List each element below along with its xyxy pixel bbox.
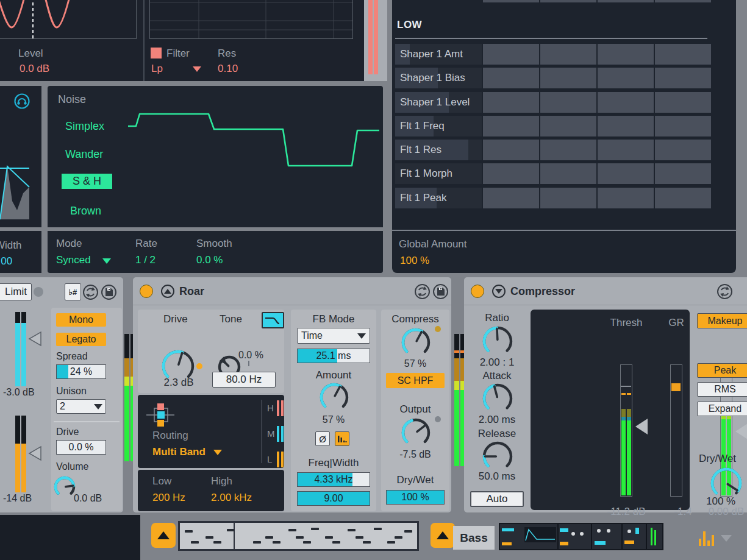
clip-fold-button[interactable]	[151, 523, 176, 548]
matrix-cell[interactable]	[483, 44, 539, 65]
lowpass-icon[interactable]	[262, 312, 284, 328]
matrix-cell[interactable]	[655, 140, 711, 160]
matrix-cell[interactable]	[598, 44, 654, 65]
device-title[interactable]: Roar	[179, 285, 204, 298]
unison-select[interactable]: 2	[56, 399, 106, 414]
matrix-cell[interactable]	[540, 140, 596, 160]
comp-drywet-value[interactable]: 100 %	[706, 495, 735, 508]
matrix-cell[interactable]	[483, 188, 539, 208]
spread-slider[interactable]: 24 %	[56, 364, 106, 379]
release-knob[interactable]	[480, 439, 514, 473]
roar-drywet-slider[interactable]: 100 %	[386, 490, 445, 505]
matrix-row-label[interactable]: Flt 1 Freq	[395, 116, 482, 136]
drive-field[interactable]: 0.0 %	[56, 440, 106, 455]
matrix-cell[interactable]	[540, 68, 596, 88]
hot-swap-icon[interactable]	[717, 284, 732, 299]
attack-knob[interactable]	[480, 381, 514, 415]
band-label-m[interactable]: M	[267, 428, 275, 439]
matrix-cell[interactable]	[540, 163, 596, 184]
device-activator[interactable]	[471, 285, 484, 298]
threshold-handle[interactable]	[634, 417, 649, 436]
matrix-cell[interactable]	[483, 68, 539, 88]
global-amount-value[interactable]: 100 %	[400, 255, 429, 267]
phase-invert-icon[interactable]: Ø	[315, 431, 330, 446]
fb-amount-value[interactable]: 57 %	[291, 414, 376, 425]
fb-time-slider[interactable]: 25.1 ms	[297, 349, 370, 363]
legato-button[interactable]: Legato	[56, 333, 106, 346]
routing-dropdown-icon[interactable]	[213, 450, 222, 455]
matrix-cell[interactable]	[598, 188, 654, 208]
matrix-row-label[interactable]: Shaper 1 Bias	[395, 68, 482, 88]
mono-button[interactable]: Mono	[56, 313, 106, 327]
noise-rate-value[interactable]: 1 / 2	[135, 254, 155, 266]
matrix-cell[interactable]	[483, 116, 539, 136]
release-value[interactable]: 50.0 ms	[473, 470, 521, 483]
save-preset-icon[interactable]	[433, 284, 448, 299]
roar-compress-knob[interactable]	[399, 325, 432, 358]
filter-res-value[interactable]: 0.10	[218, 63, 238, 75]
roar-tone-value[interactable]: 0.0 %	[238, 350, 263, 361]
matrix-cell[interactable]	[540, 92, 596, 113]
roar-tone-freq-field[interactable]: 80.0 Hz	[212, 372, 276, 388]
ratio-knob[interactable]	[480, 324, 514, 358]
auto-release-button[interactable]: Auto	[470, 491, 524, 507]
fb-amount-knob[interactable]	[317, 380, 350, 413]
matrix-cell[interactable]	[655, 92, 711, 113]
expand-button[interactable]: Expand	[697, 402, 747, 416]
fb-visualize-icon[interactable]	[335, 431, 349, 446]
matrix-cell[interactable]	[540, 116, 596, 136]
track-name-tab[interactable]: Bass	[453, 526, 495, 550]
filter-type-value[interactable]: Lp	[151, 63, 163, 75]
track-collapse-icon[interactable]	[721, 535, 732, 542]
matrix-cell[interactable]	[655, 68, 711, 88]
matrix-cell[interactable]	[598, 116, 654, 136]
sc-hpf-button[interactable]: SC HPF	[386, 373, 445, 388]
gain-handle[interactable]	[27, 445, 42, 461]
pre-meter-value[interactable]: -3.0 dB	[3, 387, 35, 398]
device-fold-button[interactable]	[161, 285, 174, 298]
headphone-icon[interactable]	[13, 93, 30, 110]
rms-button[interactable]: RMS	[697, 382, 747, 397]
matrix-cell[interactable]	[598, 92, 654, 113]
scale-icon[interactable]: ♭#	[65, 283, 81, 300]
led-indicator[interactable]	[34, 287, 43, 297]
matrix-cell[interactable]	[655, 188, 711, 208]
width-value[interactable]: 9.00	[0, 255, 12, 268]
matrix-band-label[interactable]: LOW	[397, 19, 422, 31]
post-meter-value[interactable]: -14 dB	[3, 493, 32, 504]
matrix-row-label[interactable]: Shaper 1 Level	[395, 92, 482, 113]
matrix-cell[interactable]	[655, 116, 711, 136]
device-chain-thumbnail[interactable]	[499, 523, 663, 550]
fb-mode-select[interactable]: Time	[297, 328, 370, 344]
matrix-cell[interactable]	[655, 163, 711, 184]
matrix-cell[interactable]	[483, 140, 539, 160]
xover-high-value[interactable]: 2.00 kHz	[211, 492, 252, 504]
device-fold-button[interactable]	[492, 285, 506, 298]
makeup-button[interactable]: Makeup	[697, 313, 747, 328]
output-gain-handle[interactable]	[734, 422, 747, 441]
hot-swap-icon[interactable]	[415, 284, 430, 299]
noise-mode-dropdown-icon[interactable]	[102, 258, 111, 264]
volume-knob[interactable]	[51, 473, 77, 499]
noise-smooth-value[interactable]: 0.0 %	[196, 254, 223, 266]
save-preset-icon[interactable]	[101, 285, 116, 300]
matrix-row-label[interactable]: Flt 1 Res	[395, 140, 482, 160]
track-fold-button[interactable]	[431, 523, 455, 548]
matrix-cell[interactable]	[540, 44, 596, 65]
routing-value[interactable]: Multi Band	[152, 446, 206, 458]
volume-value[interactable]: 0.0 dB	[74, 493, 102, 504]
noise-type-brown[interactable]: Brown	[70, 205, 101, 218]
matrix-row-label[interactable]: Shaper 1 Amt	[395, 44, 482, 65]
filter-type-dropdown-icon[interactable]	[193, 66, 201, 72]
roar-output-value[interactable]: -7.5 dB	[381, 449, 449, 460]
fb-width-slider[interactable]: 9.00	[297, 491, 370, 506]
matrix-row-label[interactable]: Flt 1 Peak	[395, 188, 482, 208]
matrix-cell[interactable]	[655, 44, 711, 65]
ratio-value[interactable]: 2.00 : 1	[473, 356, 521, 369]
band-label-l[interactable]: L	[267, 454, 272, 464]
noise-mode-value[interactable]: Synced	[56, 254, 91, 266]
matrix-cell[interactable]	[598, 163, 654, 184]
matrix-cell[interactable]	[483, 92, 539, 113]
matrix-cell[interactable]	[598, 140, 654, 160]
matrix-row-label[interactable]: Flt 1 Morph	[395, 163, 482, 184]
